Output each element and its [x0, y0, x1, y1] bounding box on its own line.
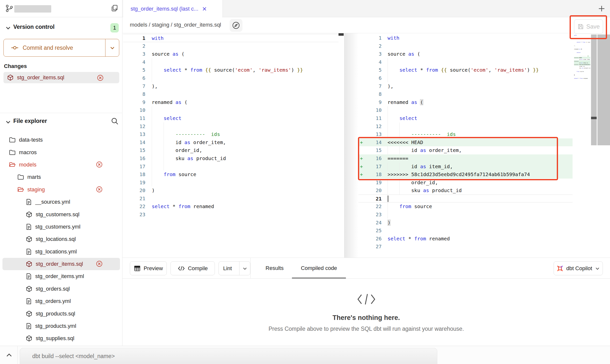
- right-code-line-14[interactable]: +14<<<<<<< HEAD: [358, 138, 573, 147]
- left-code-line-16[interactable]: 16 sku as product_id: [123, 154, 339, 163]
- right-code-line-24[interactable]: 24): [358, 219, 573, 227]
- file-tree-item-stg-products-yml[interactable]: stg_products.yml: [2, 320, 120, 332]
- file-tree-item-macros[interactable]: macros: [2, 146, 120, 158]
- file-tree-item-stg-products-sql[interactable]: stg_products.sql: [2, 307, 120, 320]
- left-code-line-14[interactable]: 14 id as order_item,: [123, 138, 339, 147]
- right-code-line-21[interactable]: 21: [358, 195, 573, 203]
- right-code-line-20[interactable]: 20 sku as product_id: [358, 186, 573, 195]
- left-code-line-3[interactable]: 3source as (: [123, 50, 339, 58]
- right-code-line-8[interactable]: 8: [358, 90, 573, 98]
- lint-options-caret[interactable]: [239, 262, 250, 275]
- file-tree-item-stg-orders-yml[interactable]: stg_orders.yml: [2, 295, 120, 307]
- tab-compiled-code[interactable]: Compiled code: [292, 258, 345, 278]
- discard-change-icon[interactable]: [97, 75, 103, 81]
- left-code-line-8[interactable]: 8: [123, 90, 339, 98]
- command-input[interactable]: dbt build --select <model_name>: [20, 348, 437, 364]
- right-code-line-7[interactable]: 7),: [358, 82, 573, 90]
- file-tree-item-stg-locations-yml[interactable]: stg_locations.yml: [2, 246, 120, 258]
- right-code-line-16[interactable]: +16=======: [358, 154, 573, 163]
- discard-change-icon[interactable]: [96, 161, 102, 168]
- left-code-line-10[interactable]: 10: [123, 106, 339, 114]
- search-icon[interactable]: [111, 117, 119, 125]
- left-code-line-4[interactable]: 4: [123, 58, 339, 66]
- editor-scrollbar[interactable]: [597, 34, 610, 145]
- left-code-line-1[interactable]: 1with: [123, 34, 339, 42]
- file-tree-item-stg-supplies-sql[interactable]: stg_supplies.sql: [2, 332, 120, 345]
- right-code-line-2[interactable]: 2: [358, 42, 573, 50]
- right-code-line-23[interactable]: 23: [358, 211, 573, 219]
- file-tree-item-staging[interactable]: staging: [2, 183, 120, 196]
- left-code-line-19[interactable]: 19: [123, 179, 339, 187]
- copy-icon[interactable]: [111, 4, 118, 12]
- file-tree-item-stg-order-items-yml[interactable]: stg_order_items.yml: [2, 270, 120, 282]
- tab-close-icon[interactable]: [202, 6, 207, 12]
- changed-file-row[interactable]: stg_order_items.sql: [3, 72, 119, 83]
- left-code-line-21[interactable]: 21: [123, 195, 339, 203]
- minimap[interactable]: withsource as ( select * from {{ source(…: [574, 34, 590, 81]
- discard-change-icon[interactable]: [96, 261, 102, 267]
- right-code-line-9[interactable]: 9renamed as (: [358, 98, 573, 106]
- file-explorer-collapse-icon[interactable]: [5, 119, 11, 125]
- file-tree-item-stg-orders-sql[interactable]: stg_orders.sql: [2, 283, 120, 295]
- right-code-line-15[interactable]: 15 id as order_item,: [358, 146, 573, 154]
- right-code-line-25[interactable]: 25: [358, 227, 573, 235]
- right-code-line-10[interactable]: 10: [358, 106, 573, 114]
- left-code-line-13[interactable]: 13 ---------- ids: [123, 130, 339, 138]
- new-tab-icon[interactable]: [597, 4, 606, 13]
- right-code-line-27[interactable]: 27: [358, 243, 573, 251]
- left-code-line-9[interactable]: 9renamed as (: [123, 98, 339, 106]
- right-code-line-5[interactable]: 5 select * from {{ source('ecom', 'raw_i…: [358, 66, 573, 74]
- file-tree-item-stg-locations-sql[interactable]: stg_locations.sql: [2, 233, 120, 245]
- file-tree-item-data-tests[interactable]: data-tests: [2, 134, 120, 146]
- left-code-pane[interactable]: 1with23source as (45 select * from {{ so…: [123, 34, 339, 219]
- right-code-line-13[interactable]: 13 ---------- ids: [358, 130, 573, 138]
- right-code-line-6[interactable]: 6: [358, 74, 573, 82]
- compile-button[interactable]: Compile: [170, 261, 215, 275]
- file-tree-item-stg-customers-yml[interactable]: stg_customers.yml: [2, 221, 120, 233]
- lint-button-label[interactable]: Lint: [219, 262, 236, 275]
- left-code-line-23[interactable]: 23: [123, 211, 339, 219]
- left-code-line-20[interactable]: 20): [123, 186, 339, 195]
- commit-options-caret[interactable]: [105, 39, 119, 56]
- dbt-copilot-button[interactable]: dbt Copilot: [554, 261, 603, 275]
- tab-results[interactable]: Results: [262, 258, 288, 278]
- right-code-line-19[interactable]: 19 order_id,: [358, 179, 573, 187]
- left-code-line-15[interactable]: 15 order_id,: [123, 146, 339, 154]
- lint-button[interactable]: Lint: [219, 261, 250, 275]
- right-code-line-1[interactable]: 1with: [358, 34, 573, 42]
- expand-command-bar-icon[interactable]: [5, 352, 13, 358]
- left-code-line-6[interactable]: 6: [123, 74, 339, 82]
- left-code-line-11[interactable]: 11 select: [123, 114, 339, 122]
- left-code-line-12[interactable]: 12: [123, 122, 339, 131]
- right-pane-scrollbar-track[interactable]: [591, 34, 597, 145]
- commit-and-resolve-button[interactable]: Commit and resolve: [3, 39, 119, 57]
- file-tree-item-models[interactable]: models: [2, 159, 120, 171]
- version-control-collapse-icon[interactable]: [5, 25, 11, 31]
- tab-stg-order-items[interactable]: stg_order_items.sql (last c...: [123, 0, 223, 17]
- right-code-line-22[interactable]: 22 from source: [358, 202, 573, 211]
- right-pane-scrollbar-thumb[interactable]: [591, 117, 597, 119]
- file-tree-item-stg-order-items-sql[interactable]: stg_order_items.sql: [2, 258, 120, 270]
- code-editor[interactable]: 1with23source as (45 select * from {{ so…: [122, 33, 610, 258]
- right-code-line-12[interactable]: 12: [358, 122, 573, 131]
- right-code-line-18[interactable]: +18>>>>>>> 58c1dd23d5eebd9cd2495fa7124ab…: [358, 170, 573, 179]
- left-code-line-18[interactable]: 18 from source: [123, 170, 339, 179]
- right-code-line-26[interactable]: 26select * from renamed: [358, 235, 573, 243]
- preview-button[interactable]: Preview: [130, 261, 167, 275]
- lineage-compass-button[interactable]: [230, 19, 242, 32]
- save-button[interactable]: Save: [574, 19, 603, 34]
- discard-change-icon[interactable]: [96, 186, 102, 193]
- left-pane-scrollbar-thumb[interactable]: [339, 33, 344, 36]
- right-code-line-11[interactable]: 11 select: [358, 114, 573, 122]
- file-tree-item-marts[interactable]: marts: [2, 171, 120, 183]
- left-code-line-5[interactable]: 5 select * from {{ source('ecom', 'raw_i…: [123, 66, 339, 74]
- left-code-line-2[interactable]: 2: [123, 42, 339, 50]
- left-code-line-7[interactable]: 7),: [123, 82, 339, 90]
- right-code-line-4[interactable]: 4: [358, 58, 573, 66]
- right-code-line-17[interactable]: +17 id as item_id,: [358, 163, 573, 171]
- file-tree-item--sources-yml[interactable]: __sources.yml: [2, 196, 120, 208]
- file-tree-item-stg-customers-sql[interactable]: stg_customers.sql: [2, 208, 120, 220]
- left-code-line-22[interactable]: 22select * from renamed: [123, 202, 339, 211]
- right-code-pane[interactable]: 1with23source as (45 select * from {{ so…: [358, 34, 573, 251]
- right-code-line-3[interactable]: 3source as (: [358, 50, 573, 58]
